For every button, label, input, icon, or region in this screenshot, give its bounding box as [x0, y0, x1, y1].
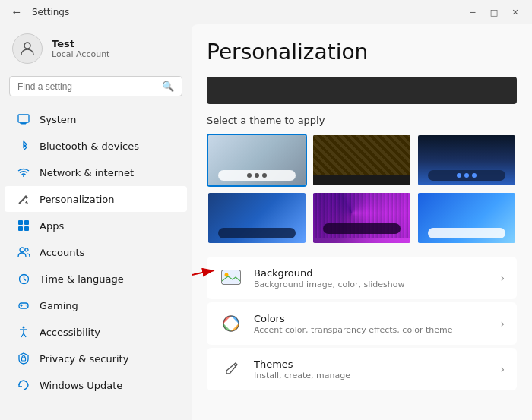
sidebar: Test Local Account 🔍 System — [0, 24, 192, 420]
main-content: Personalization Select a theme to apply — [192, 24, 532, 420]
titlebar-controls: ─ □ ✕ — [464, 5, 524, 20]
user-profile[interactable]: Test Local Account — [0, 24, 192, 76]
theme-thumb-1[interactable] — [207, 134, 307, 187]
sidebar-item-accounts[interactable]: Accounts — [5, 239, 187, 265]
svg-rect-8 — [24, 220, 29, 225]
sidebar-item-label-gaming: Gaming — [40, 300, 78, 311]
svg-point-21 — [23, 327, 25, 329]
themes-title: Themes — [254, 358, 500, 370]
background-subtitle: Background image, color, slideshow — [254, 279, 500, 289]
minimize-button[interactable]: ─ — [464, 5, 482, 20]
themes-text: Themes Install, create, manage — [254, 358, 500, 381]
sidebar-item-accessibility[interactable]: Accessibility — [5, 319, 187, 345]
svg-line-32 — [234, 365, 236, 366]
sidebar-item-label-bluetooth: Bluetooth & devices — [40, 141, 139, 152]
user-subtitle: Local Account — [52, 49, 109, 59]
user-info: Test Local Account — [52, 38, 109, 59]
background-chevron: › — [500, 272, 505, 284]
svg-rect-7 — [18, 220, 23, 225]
titlebar: ← Settings ─ □ ✕ — [0, 0, 532, 24]
sidebar-item-label-update: Windows Update — [40, 380, 122, 391]
sidebar-item-system[interactable]: System — [5, 106, 187, 132]
search-input[interactable] — [17, 81, 157, 92]
svg-rect-10 — [24, 226, 29, 231]
accessibility-icon — [17, 325, 30, 339]
personalization-icon — [17, 192, 30, 206]
titlebar-title: Settings — [32, 7, 69, 17]
app-container: Test Local Account 🔍 System — [0, 24, 532, 420]
background-title: Background — [254, 267, 500, 279]
nav-list: System Bluetooth & devices — [0, 106, 192, 399]
settings-wrapper: Background Background image, color, slid… — [207, 257, 517, 390]
colors-title: Colors — [254, 313, 500, 324]
setting-row-colors[interactable]: Colors Accent color, transparency effect… — [207, 302, 517, 345]
sidebar-item-personalization[interactable]: Personalization — [5, 186, 187, 212]
sidebar-item-label-apps: Apps — [40, 220, 64, 232]
search-box[interactable]: 🔍 — [9, 76, 182, 96]
svg-line-5 — [19, 197, 26, 204]
sidebar-item-update[interactable]: Windows Update — [5, 372, 187, 398]
svg-line-25 — [24, 333, 26, 337]
bluetooth-icon — [17, 139, 30, 153]
themes-grid — [207, 134, 517, 245]
privacy-icon — [17, 352, 30, 365]
svg-rect-9 — [18, 226, 23, 231]
themes-subtitle: Install, create, manage — [254, 371, 500, 381]
colors-chevron: › — [500, 317, 505, 330]
time-icon — [17, 272, 30, 286]
setting-rows: Background Background image, color, slid… — [207, 257, 517, 390]
maximize-button[interactable]: □ — [485, 5, 503, 20]
theme-thumb-2[interactable] — [312, 134, 412, 187]
setting-row-themes[interactable]: Themes Install, create, manage › — [207, 348, 517, 390]
svg-rect-1 — [18, 115, 29, 122]
gaming-icon — [17, 298, 30, 312]
svg-point-12 — [25, 248, 28, 251]
update-icon — [17, 378, 30, 392]
svg-point-19 — [25, 305, 27, 306]
themes-chevron: › — [500, 363, 505, 375]
theme-thumb-3[interactable] — [416, 134, 517, 187]
sidebar-item-label-accessibility: Accessibility — [40, 327, 100, 338]
theme-section-label: Select a theme to apply — [207, 115, 517, 126]
theme-thumb-4[interactable] — [207, 191, 307, 245]
sidebar-item-label-accounts: Accounts — [40, 247, 84, 258]
themes-icon — [219, 357, 243, 381]
sidebar-item-label-personalization: Personalization — [40, 194, 115, 205]
titlebar-left: ← Settings — [8, 3, 69, 21]
sidebar-item-time[interactable]: Time & language — [5, 266, 187, 292]
search-icon: 🔍 — [162, 81, 174, 92]
svg-rect-26 — [22, 358, 26, 361]
avatar — [12, 33, 43, 64]
sidebar-item-label-time: Time & language — [40, 273, 124, 285]
svg-point-0 — [24, 43, 30, 49]
page-title: Personalization — [207, 39, 517, 65]
sidebar-item-label-network: Network & internet — [40, 167, 134, 178]
setting-row-background[interactable]: Background Background image, color, slid… — [207, 257, 517, 299]
sidebar-item-apps[interactable]: Apps — [5, 213, 187, 238]
svg-point-4 — [23, 175, 24, 177]
theme-thumb-5[interactable] — [312, 191, 412, 245]
background-text: Background Background image, color, slid… — [254, 267, 500, 289]
sidebar-item-bluetooth[interactable]: Bluetooth & devices — [5, 133, 187, 159]
background-icon — [219, 266, 243, 290]
svg-point-11 — [20, 248, 24, 252]
svg-point-20 — [27, 305, 28, 307]
user-name: Test — [52, 38, 109, 49]
colors-text: Colors Accent color, transparency effect… — [254, 313, 500, 335]
accounts-icon — [17, 245, 30, 259]
sidebar-item-label-privacy: Privacy & security — [40, 353, 128, 365]
network-icon — [17, 166, 30, 179]
svg-line-24 — [21, 333, 24, 337]
sidebar-item-network[interactable]: Network & internet — [5, 159, 187, 185]
theme-preview-strip — [207, 77, 517, 104]
sidebar-item-label-system: System — [40, 114, 76, 125]
sidebar-item-gaming[interactable]: Gaming — [5, 292, 187, 318]
theme-thumb-6[interactable] — [416, 191, 517, 245]
back-button[interactable]: ← — [8, 3, 26, 21]
sidebar-item-privacy[interactable]: Privacy & security — [5, 346, 187, 371]
close-button[interactable]: ✕ — [506, 5, 524, 20]
apps-icon — [17, 219, 30, 232]
svg-line-15 — [24, 279, 26, 280]
colors-subtitle: Accent color, transparency effects, colo… — [254, 325, 500, 335]
svg-rect-29 — [222, 270, 240, 284]
